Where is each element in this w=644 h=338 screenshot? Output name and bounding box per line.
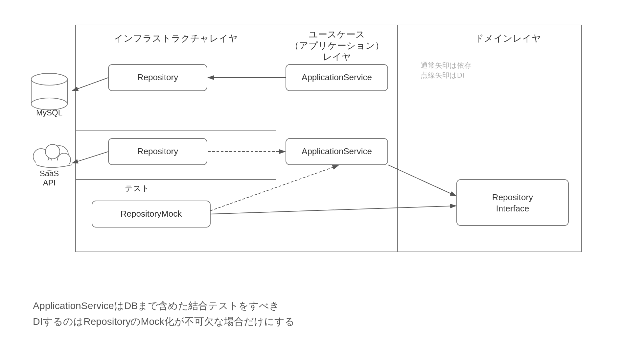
svg-rect-26 xyxy=(457,180,568,226)
legend-line2: 点線矢印はDI xyxy=(421,71,464,79)
saas-label-1: SaaS xyxy=(40,169,59,178)
repo2-label: Repository xyxy=(137,146,178,156)
svg-line-24 xyxy=(72,152,108,163)
saas-label-2: API xyxy=(43,178,56,187)
usecase-title-2: （アプリケーション） xyxy=(290,40,384,51)
main-svg: インフラストラクチャレイヤ ユースケース （アプリケーション） レイヤ ドメイン… xyxy=(26,22,618,285)
repo-interface-label-2: Interface xyxy=(496,204,529,213)
repo-interface-label-1: Repository xyxy=(492,192,533,202)
usecase-title-3: レイヤ xyxy=(323,52,351,62)
mysql-label: MySQL xyxy=(36,108,62,117)
domain-title: ドメインレイヤ xyxy=(474,33,541,43)
page-container: インフラストラクチャレイヤ ユースケース （アプリケーション） レイヤ ドメイン… xyxy=(7,7,637,338)
caption-line1: ApplicationServiceはDBまで含めた結合テストをすべき xyxy=(33,298,618,314)
app-service2-label: ApplicationService xyxy=(302,146,372,156)
svg-line-27 xyxy=(388,165,456,196)
svg-point-18 xyxy=(45,144,60,159)
svg-line-29 xyxy=(210,165,338,211)
infra-title: インフラストラクチャレイヤ xyxy=(114,33,238,43)
diagram-wrapper: インフラストラクチャレイヤ ユースケース （アプリケーション） レイヤ ドメイン… xyxy=(26,22,618,329)
test-label: テスト xyxy=(125,184,150,193)
saas-cloud xyxy=(33,144,72,170)
usecase-title-1: ユースケース xyxy=(309,29,365,39)
full-diagram: インフラストラクチャレイヤ ユースケース （アプリケーション） レイヤ ドメイン… xyxy=(26,22,618,285)
svg-line-14 xyxy=(72,78,108,91)
svg-line-28 xyxy=(210,206,456,214)
caption-line2: DIするのはRepositoryのMock化が不可欠な場合だけにする xyxy=(33,314,618,329)
svg-point-10 xyxy=(31,73,67,85)
caption: ApplicationServiceはDBまで含めた結合テストをすべき DIする… xyxy=(26,298,618,329)
legend-line1: 通常矢印は依存 xyxy=(421,61,472,69)
repo1-label: Repository xyxy=(137,72,178,82)
app-service1-label: ApplicationService xyxy=(302,72,372,82)
repo-mock-label: RepositoryMock xyxy=(121,209,182,219)
